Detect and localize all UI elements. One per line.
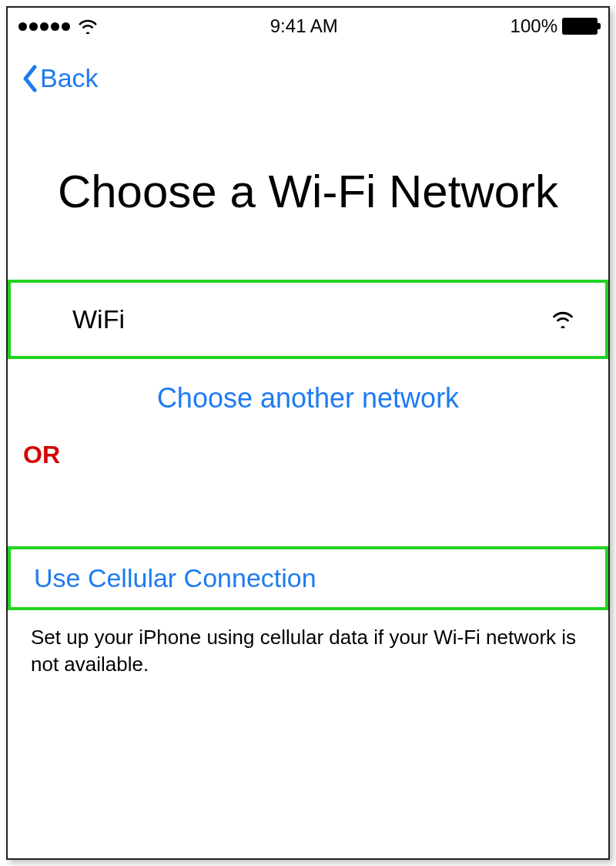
phone-frame: 9:41 AM 100% Back Choose a Wi-Fi Network…: [6, 6, 610, 860]
page-title: Choose a Wi-Fi Network: [8, 165, 608, 218]
signal-strength-icon: [18, 22, 70, 31]
wifi-status-icon: [78, 18, 98, 34]
chevron-left-icon: [22, 65, 38, 92]
status-bar: 9:41 AM 100%: [8, 8, 608, 40]
or-annotation: OR: [8, 441, 608, 469]
back-label: Back: [40, 63, 99, 93]
choose-another-network-link[interactable]: Choose another network: [8, 382, 608, 415]
wifi-network-name: WiFi: [72, 304, 125, 334]
battery-percent: 100%: [511, 15, 557, 37]
use-cellular-label: Use Cellular Connection: [34, 563, 316, 592]
status-right: 100%: [511, 15, 598, 37]
use-cellular-connection-row[interactable]: Use Cellular Connection: [8, 546, 608, 610]
nav-bar: Back: [8, 40, 608, 96]
wifi-network-row[interactable]: WiFi: [8, 280, 608, 359]
back-button[interactable]: Back: [22, 63, 99, 93]
cellular-footnote: Set up your iPhone using cellular data i…: [8, 610, 608, 678]
battery-icon: [562, 18, 598, 35]
status-time: 9:41 AM: [270, 15, 338, 37]
status-left: [18, 18, 98, 34]
wifi-icon: [551, 310, 574, 328]
